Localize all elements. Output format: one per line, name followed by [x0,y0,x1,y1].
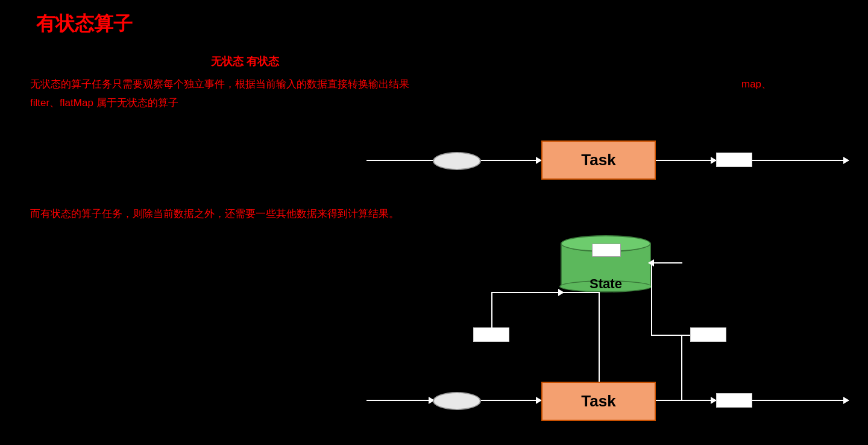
stateful-output-box [716,393,752,408]
stateful-description: 而有状态的算子任务，则除当前数据之外，还需要一些其他数据来得到计算结果。 [30,205,399,224]
state-vert-bottom [681,335,682,401]
stateless-task-box: Task [541,140,656,180]
stateless-description: 无状态的算子任务只需要观察每个独立事件，根据当前输入的数据直接转换输出结果 ma… [30,75,409,112]
stateful-far-arrow [752,400,849,401]
stateful-output-arrow [656,400,716,401]
state-left-arrow-head [558,289,564,296]
stateless-output-box [716,153,752,167]
state-right-vert-down [651,262,652,335]
state-right-horiz-bottom [651,335,692,336]
stateful-left-box [473,327,509,342]
subtitle: 无状态 有状态 [211,54,279,69]
state-right-horiz-top [651,262,682,264]
stateful-oval [433,392,481,410]
stateless-mid-arrow [481,160,541,161]
state-inner-box [592,244,621,257]
page-title: 有状态算子 [36,11,133,37]
task-state-horiz-connector [561,292,599,293]
state-left-horiz [491,292,561,293]
task-state-vert-connector [599,292,600,382]
stateless-oval [433,152,481,170]
stateful-mid-arrow [481,400,541,401]
stateless-output-arrow [656,160,716,161]
stateful-input-arrow [366,400,434,401]
state-label: State [561,276,651,292]
stateless-far-arrow [752,160,849,161]
stateful-right-box [690,327,726,342]
stateful-task-box: Task [541,382,656,421]
state-left-vert [491,292,492,328]
